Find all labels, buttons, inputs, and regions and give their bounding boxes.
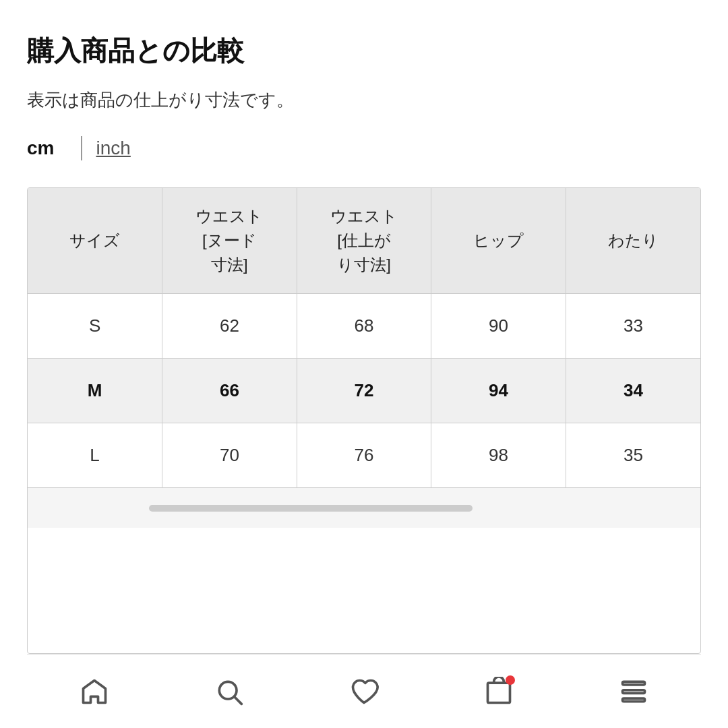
cell-waist-nude-s: 62 [162, 294, 297, 359]
cell-size-m: M [28, 359, 162, 423]
cell-hip-s: 90 [431, 294, 566, 359]
scrollbar-row [28, 487, 700, 528]
cell-thigh-s: 33 [566, 294, 700, 359]
cell-hip-m: 94 [431, 359, 566, 423]
nav-item-menu[interactable] [616, 674, 651, 709]
menu-icon [616, 674, 651, 709]
heart-icon [346, 674, 382, 709]
header-waist-finished: ウエスト[仕上がり寸法] [297, 188, 431, 294]
cell-waist-finished-s: 68 [297, 294, 431, 359]
header-size: サイズ [28, 188, 162, 294]
cell-hip-l: 98 [431, 423, 566, 488]
table-row-highlighted: M 66 72 94 34 [28, 359, 700, 423]
home-icon [77, 674, 112, 709]
page-title: 購入商品との比較 [27, 32, 701, 69]
svg-rect-4 [623, 690, 645, 693]
cell-waist-finished-l: 76 [297, 423, 431, 488]
cell-size-s: S [28, 294, 162, 359]
table-row: L 70 76 98 35 [28, 423, 700, 488]
svg-rect-3 [623, 681, 645, 685]
svg-line-1 [235, 697, 241, 704]
cell-waist-finished-m: 72 [297, 359, 431, 423]
page-container: 購入商品との比較 表示は商品の仕上がり寸法です。 cm inch サイズ ウエス… [0, 0, 728, 728]
table-row: S 62 68 90 33 [28, 294, 700, 359]
horizontal-scrollbar[interactable] [149, 505, 473, 512]
search-icon [212, 674, 247, 709]
cell-waist-nude-m: 66 [162, 359, 297, 423]
cell-waist-nude-l: 70 [162, 423, 297, 488]
svg-rect-5 [623, 698, 645, 702]
unit-divider [81, 136, 82, 160]
subtitle: 表示は商品の仕上がり寸法です。 [27, 88, 701, 112]
cart-badge [506, 675, 515, 685]
cell-thigh-m: 34 [566, 359, 700, 423]
nav-item-search[interactable] [212, 674, 247, 709]
unit-selector: cm inch [27, 136, 701, 160]
nav-item-cart[interactable] [481, 674, 516, 709]
table-header-row: サイズ ウエスト[ヌード寸法] ウエスト[仕上がり寸法] ヒップ わたり [28, 188, 700, 294]
nav-item-home[interactable] [77, 674, 112, 709]
cell-size-l: L [28, 423, 162, 488]
bottom-navigation [27, 654, 701, 728]
header-thigh: わたり [566, 188, 700, 294]
svg-rect-2 [488, 683, 510, 702]
size-table-wrapper: サイズ ウエスト[ヌード寸法] ウエスト[仕上がり寸法] ヒップ わたり S 6… [27, 187, 701, 654]
header-waist-nude: ウエスト[ヌード寸法] [162, 188, 297, 294]
unit-cm-button[interactable]: cm [27, 138, 67, 159]
size-table: サイズ ウエスト[ヌード寸法] ウエスト[仕上がり寸法] ヒップ わたり S 6… [28, 188, 700, 487]
nav-item-wishlist[interactable] [346, 674, 382, 709]
unit-inch-button[interactable]: inch [96, 138, 130, 159]
header-hip: ヒップ [431, 188, 566, 294]
cell-thigh-l: 35 [566, 423, 700, 488]
